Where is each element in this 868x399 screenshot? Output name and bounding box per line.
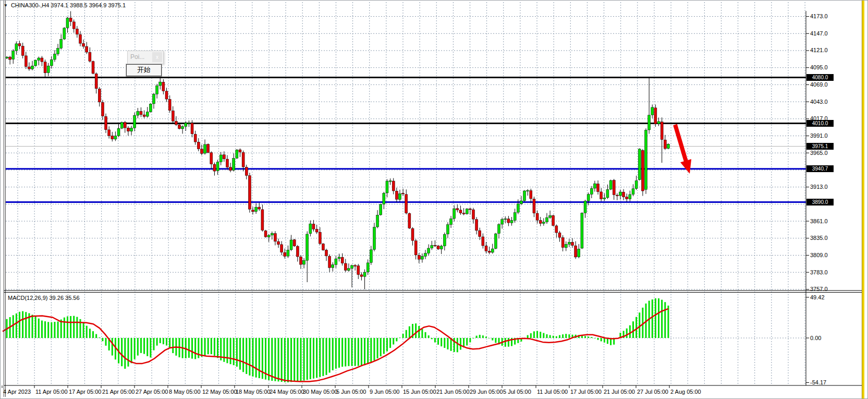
candle-down — [315, 229, 318, 232]
candle-up — [34, 61, 37, 66]
candle-down — [462, 213, 465, 214]
point-dialog-titlebar[interactable]: Poi... x — [127, 51, 164, 64]
date-tick-label[interactable]: 8 May 05:00 — [169, 389, 201, 395]
date-tick-label[interactable]: 5 Jul 05:00 — [503, 389, 531, 395]
price-tick-label: 4043.0 — [810, 99, 828, 105]
date-tick-label[interactable]: 2 Aug 05:00 — [670, 389, 701, 395]
candle-up — [584, 201, 586, 213]
candle-down — [274, 234, 276, 241]
date-tick-label[interactable]: 11 Jul 05:00 — [537, 389, 568, 395]
candle-down — [561, 238, 564, 248]
date-tick-label[interactable]: 9 Jun 05:00 — [370, 389, 400, 395]
date-tick-label[interactable]: 4 Apr 2023 — [3, 389, 31, 395]
candle-up — [149, 104, 152, 112]
candle-up — [606, 189, 609, 198]
candle-down — [165, 91, 168, 99]
candle-down — [341, 257, 344, 263]
candle-up — [255, 207, 258, 211]
candle-up — [267, 235, 270, 237]
candle-up — [380, 204, 382, 215]
candle-up — [590, 188, 593, 194]
date-tick-label[interactable]: 15 Jun 05:00 — [403, 389, 436, 395]
date-tick-label[interactable]: 30 May 05:00 — [303, 389, 338, 395]
candle-up — [219, 155, 222, 162]
candle-up — [216, 162, 219, 171]
candle-up — [651, 107, 654, 115]
start-button[interactable]: 开始 — [126, 64, 162, 76]
date-tick-label[interactable]: 11 Apr 05:00 — [35, 389, 68, 395]
candle-down — [357, 265, 360, 274]
date-tick-label[interactable]: 18 May 05:00 — [236, 389, 271, 395]
candle-down — [395, 191, 398, 199]
candlestick-series — [6, 11, 670, 289]
date-tick-label[interactable]: 17 Apr 05:00 — [69, 389, 101, 395]
candle-down — [245, 167, 248, 175]
candle-down — [197, 142, 200, 149]
date-tick-label[interactable]: 21 Jun 05:00 — [436, 389, 470, 395]
candle-down — [191, 123, 193, 134]
date-tick-label[interactable]: 21 Jul 05:00 — [604, 389, 635, 395]
candle-up — [351, 265, 353, 269]
candle-down — [258, 207, 261, 209]
candle-down — [392, 181, 395, 191]
date-tick-label[interactable]: 21 Apr 05:00 — [102, 389, 135, 395]
candle-up — [57, 49, 59, 54]
candle-up — [581, 213, 583, 248]
candle-up — [133, 115, 136, 128]
candle-up — [386, 181, 388, 193]
candle-down — [600, 192, 603, 199]
candle-up — [648, 115, 651, 130]
candle-down — [613, 180, 615, 195]
candle-up — [38, 58, 40, 61]
candle-down — [28, 67, 30, 69]
candle-up — [549, 215, 552, 217]
candle-up — [565, 244, 567, 247]
candle-down — [111, 136, 114, 139]
candle-down — [555, 226, 558, 233]
candle-up — [120, 123, 123, 128]
price-tick-label: 4121.0 — [810, 47, 828, 53]
chart-title-bar: ▼CHINA300-,H4 3974.1 3988.5 3964.9 3975.… — [4, 2, 126, 9]
symbol-dropdown-icon[interactable]: ▼ — [4, 3, 8, 8]
candle-down — [108, 130, 111, 136]
down-arrow-annotation[interactable] — [675, 125, 687, 164]
candle-up — [609, 180, 612, 189]
candle-down — [482, 237, 484, 246]
price-tick-label: 3809.0 — [810, 252, 828, 258]
candle-up — [545, 217, 548, 222]
date-tick-label[interactable]: 12 May 05:00 — [202, 389, 237, 395]
candle-up — [421, 256, 423, 259]
candle-down — [21, 46, 24, 55]
candle-down — [239, 150, 241, 152]
candle-down — [344, 263, 347, 270]
date-tick-label[interactable]: 5 Jun 05:00 — [336, 389, 366, 395]
date-tick-label[interactable]: 29 Jun 05:00 — [470, 389, 503, 395]
candle-down — [223, 155, 225, 159]
candle-up — [332, 264, 334, 268]
candle-down — [248, 176, 251, 209]
candle-down — [574, 246, 577, 257]
candle-up — [137, 112, 139, 116]
close-icon[interactable]: x — [152, 52, 162, 62]
candle-up — [271, 233, 273, 235]
price-tick-label: 3783.0 — [810, 270, 828, 275]
candle-up — [629, 195, 631, 199]
candle-up — [233, 159, 235, 171]
candle-down — [558, 233, 561, 237]
candle-down — [85, 46, 88, 52]
candle-down — [325, 250, 328, 256]
chart-title-ohlc: CHINA300-,H4 3974.1 3988.5 3964.9 3975.1 — [11, 2, 126, 8]
macd-tick-label: -54.17 — [810, 380, 826, 385]
candle-up — [146, 112, 149, 116]
candle-up — [517, 204, 519, 212]
candle-down — [597, 184, 600, 191]
price-level-tag: 4080.0 — [806, 74, 834, 81]
date-tick-label[interactable]: 27 Jul 05:00 — [637, 389, 668, 395]
candle-up — [383, 193, 385, 204]
candle-down — [264, 231, 267, 237]
price-tick-label: 3757.0 — [810, 286, 828, 292]
date-tick-label[interactable]: 17 Jul 05:00 — [570, 389, 602, 395]
date-tick-label[interactable]: 24 May 05:00 — [270, 389, 304, 395]
date-tick-label[interactable]: 27 Apr 05:00 — [136, 389, 168, 395]
candle-up — [6, 57, 8, 58]
